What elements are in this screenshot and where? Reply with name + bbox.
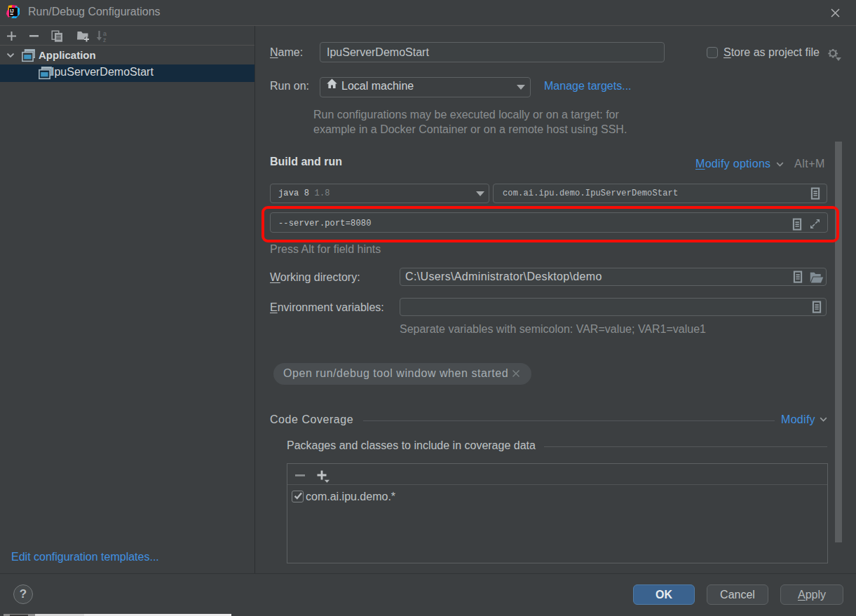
svg-text:IJ: IJ — [10, 8, 14, 13]
svg-text:z: z — [103, 36, 107, 43]
